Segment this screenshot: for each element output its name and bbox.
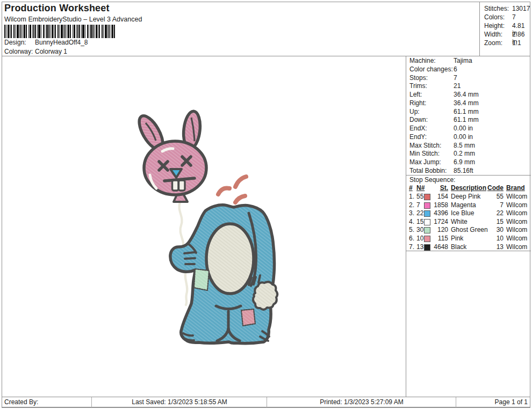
stop-stitch-count: 1724: [430, 218, 448, 225]
design-label: Design:: [4, 39, 35, 46]
created-by-cell: Created By:: [2, 397, 94, 407]
machine-info-label: EndX:: [409, 125, 427, 132]
machine-info-value: 7: [454, 74, 457, 82]
stop-sequence-bottom-divider: [406, 251, 531, 251]
stop-stitch-count: 115: [430, 235, 448, 242]
machine-info-row: Down: 61.1 mm: [406, 116, 531, 125]
stat-value: 13017: [512, 5, 530, 12]
machine-info-label: Stops:: [409, 74, 428, 82]
machine-info-label: Max Stitch:: [409, 142, 441, 149]
thread-code: 55: [486, 193, 504, 200]
production-worksheet-page: Production Worksheet Wilcom EmbroiderySt…: [0, 0, 532, 409]
stat-row: Zoom: 1:1: [480, 39, 530, 48]
thread-brand: Wilcom: [506, 193, 527, 200]
stop-needle: 13: [416, 243, 425, 251]
page-title: Production Worksheet: [4, 3, 110, 14]
machine-info-row: Up: 61.1 mm: [406, 108, 531, 116]
footer-bar: Created By: Last Saved: 1/3/2023 5:18:55…: [2, 397, 530, 408]
thread-color-name: Ghost Green: [451, 226, 488, 233]
stop-stitch-count: 154: [430, 193, 448, 200]
machine-info-label: Up:: [409, 108, 420, 115]
last-saved-cell: Last Saved: 1/3/2023 5:18:55 AM: [91, 397, 267, 407]
stat-label: Width:: [484, 31, 502, 38]
pink-stitch-patch: [241, 309, 255, 326]
machine-info-value: 8.5 mm: [454, 142, 475, 149]
stat-value: 1:1: [512, 39, 521, 47]
stop-num: 6.: [409, 235, 416, 242]
col-header-needle: N#: [416, 184, 425, 192]
col-header-stitches: St.: [430, 184, 448, 192]
printed-cell: Printed: 1/3/2023 5:27:09 AM: [267, 397, 456, 407]
stat-label: Height:: [484, 22, 505, 30]
thread-brand: Wilcom: [506, 235, 527, 242]
stop-sequence-row: 1. 55 154 Deep Pink 55 Wilcom: [406, 193, 531, 201]
fluffy-tail: [253, 282, 277, 310]
machine-info-value: 36.4 mm: [454, 91, 479, 98]
machine-info-row: Stops: 7: [406, 74, 531, 83]
thread-color-name: Magenta: [451, 201, 476, 209]
machine-info-row: EndX: 0.00 in: [406, 125, 531, 133]
thread-color-name: Ice Blue: [451, 209, 474, 217]
stop-num: 5.: [409, 226, 416, 233]
bunny-embroidery-design: [2, 56, 406, 396]
thread-color-swatch: [424, 236, 430, 242]
machine-info-row: Total Bobbin: 85.16ft: [406, 167, 531, 176]
machine-info-list: Machine: Tajima Color changes: 6 Stops: …: [406, 57, 531, 176]
thread-code: 10: [486, 235, 504, 242]
thread-code: 30: [486, 226, 504, 233]
machine-info-value: 61.1 mm: [454, 108, 479, 115]
machine-info-value: 0.00 in: [454, 133, 473, 141]
machine-info-value: 85.16ft: [454, 167, 473, 174]
software-version-subtitle: Wilcom EmbroideryStudio – Level 3 Advanc…: [4, 16, 142, 23]
machine-info-row: Right: 36.4 mm: [406, 99, 531, 108]
machine-info-value: 0.2 mm: [454, 150, 475, 157]
thread-color-name: Deep Pink: [451, 193, 480, 200]
thread-color-swatch: [424, 194, 430, 200]
stop-stitch-count: 1858: [430, 201, 448, 209]
thread-color-swatch: [424, 219, 430, 225]
stat-row: Width: 2.86 in: [480, 31, 530, 39]
machine-info-label: Machine:: [409, 57, 436, 64]
col-header-code: Code: [486, 184, 504, 192]
stop-num: 3.: [409, 209, 416, 217]
stop-needle: 22: [416, 209, 425, 217]
design-barcode: [4, 25, 119, 38]
stop-sequence-row: 3. 22 4396 Ice Blue 22 Wilcom: [406, 209, 531, 218]
colorway-label: Colorway:: [4, 48, 35, 55]
machine-info-value: 0.00 in: [454, 125, 473, 132]
stop-needle: 10: [416, 235, 425, 242]
machine-info-row: Max Stitch: 8.5 mm: [406, 142, 531, 150]
stop-num: 2.: [409, 201, 416, 209]
machine-info-row: Color changes: 6: [406, 65, 531, 74]
machine-info-label: Min Stitch:: [409, 150, 440, 157]
machine-info-label: EndY:: [409, 133, 427, 141]
stat-label: Zoom:: [484, 39, 502, 47]
machine-info-value: 6: [454, 65, 457, 73]
machine-info-label: Trims:: [409, 82, 427, 90]
machine-info-label: Total Bobbin:: [409, 167, 447, 174]
machine-info-label: Color changes:: [409, 65, 453, 73]
buck-teeth: [172, 180, 185, 191]
thread-brand: Wilcom: [506, 201, 527, 209]
page-number-cell: Page 1 of 1: [456, 397, 530, 407]
thread-color-swatch: [424, 244, 430, 251]
colorway-row: Colorway:Colorway 1: [4, 48, 67, 56]
stop-num: 7.: [409, 243, 416, 251]
thread-code: 15: [486, 218, 504, 225]
thread-color-name: Pink: [451, 235, 463, 242]
machine-info-row: Trims: 21: [406, 82, 531, 91]
col-header-num: #: [409, 184, 416, 192]
machine-info-value: 21: [454, 82, 461, 90]
thread-brand: Wilcom: [506, 243, 527, 251]
col-header-brand: Brand: [506, 184, 525, 192]
machine-info-label: Down:: [409, 116, 428, 123]
neck-splash-marks: [218, 177, 246, 202]
thread-color-swatch: [424, 227, 430, 233]
machine-info-row: Max Jump: 6.9 mm: [406, 158, 531, 167]
thread-brand: Wilcom: [506, 209, 527, 217]
machine-info-value: 6.9 mm: [454, 158, 475, 166]
stat-label: Stitches:: [484, 5, 509, 12]
stat-row: Height: 4.81 in: [480, 22, 530, 31]
belly-patch: [206, 224, 254, 294]
machine-info-value: Tajima: [454, 57, 472, 64]
